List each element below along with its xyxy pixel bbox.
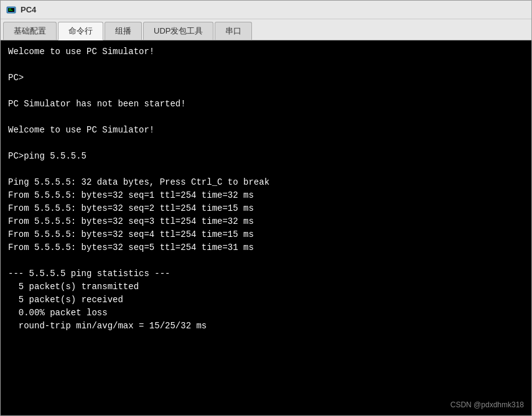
terminal-output[interactable]: Welcome to use PC Simulator! PC> PC Simu…: [1, 40, 531, 415]
title-bar: PC4: [1, 1, 531, 19]
tab-command-line[interactable]: 命令行: [58, 22, 103, 40]
tab-group-broadcast[interactable]: 组播: [105, 22, 142, 40]
tab-udp-tool[interactable]: UDP发包工具: [143, 22, 213, 40]
tab-bar: 基础配置 命令行 组播 UDP发包工具 串口: [1, 19, 531, 40]
svg-rect-2: [9, 9, 11, 9]
tab-basic-config[interactable]: 基础配置: [3, 22, 57, 40]
svg-rect-3: [9, 10, 12, 11]
tab-serial[interactable]: 串口: [215, 22, 252, 40]
window-icon: [6, 4, 17, 16]
watermark: CSDN @pdxdhmk318: [450, 400, 524, 409]
window-title: PC4: [21, 5, 36, 14]
window: PC4 基础配置 命令行 组播 UDP发包工具 串口 Welcome to us…: [0, 0, 532, 416]
terminal-text: Welcome to use PC Simulator! PC> PC Simu…: [8, 45, 524, 333]
